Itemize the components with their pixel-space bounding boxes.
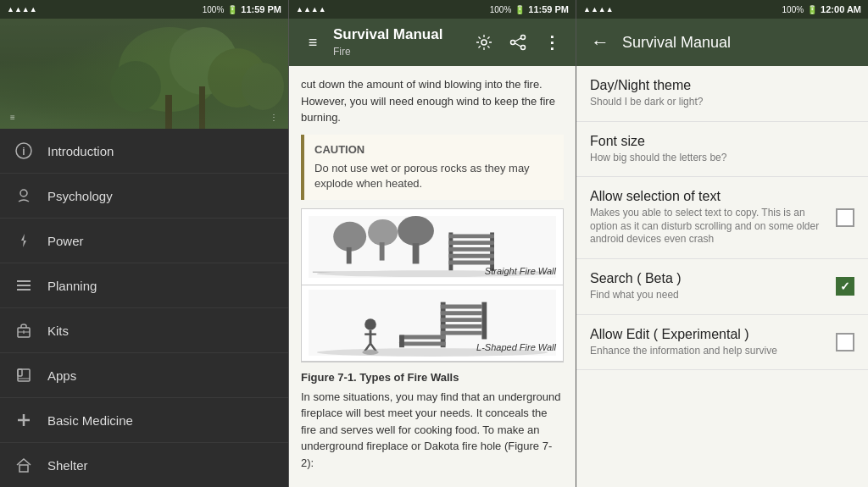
battery-level-1: 100% (203, 5, 225, 14)
allow-selection-checkbox[interactable] (836, 208, 854, 227)
nav-item-apps[interactable]: Apps (0, 353, 288, 398)
svg-rect-50 (399, 335, 404, 348)
setting-search-beta-title: Search ( Beta ) (590, 271, 827, 286)
content-header: ≡ Survival Manual Fire ⋮ (289, 19, 576, 66)
svg-point-26 (368, 219, 398, 246)
signal-icon-1: ▲▲▲▲ (7, 5, 37, 14)
setting-day-night-desc: Should I be dark or light? (590, 96, 854, 109)
settings-header: ← Survival Manual (576, 19, 868, 66)
nav-item-planning[interactable]: Planning (0, 263, 288, 308)
svg-point-24 (333, 222, 366, 252)
svg-rect-16 (18, 369, 30, 381)
svg-rect-49 (399, 342, 446, 346)
nav-label-kits: Kits (47, 324, 69, 338)
svg-rect-45 (441, 324, 482, 329)
body-text: In some situations, you may find that an… (301, 389, 564, 472)
settings-panel: ▲▲▲▲ 100% 🔋 12:00 AM ← Survival Manual D… (576, 0, 868, 487)
setting-day-night-title: Day/Night theme (590, 78, 854, 93)
battery-icon-1: 🔋 (227, 5, 237, 14)
signal-icon-3: ▲▲▲▲ (583, 5, 614, 14)
setting-allow-selection[interactable]: Allow selection of text Makes you able t… (576, 177, 868, 259)
setting-allow-edit[interactable]: Allow Edit ( Experimental ) Enhance the … (576, 315, 868, 371)
nav-item-psychology[interactable]: Psychology (0, 174, 288, 219)
planning-icon (14, 275, 34, 296)
allow-edit-checkbox[interactable] (836, 333, 854, 351)
battery-level-2: 100% (490, 5, 512, 14)
info-icon: i (14, 141, 34, 161)
caution-text: Do not use wet or porous rocks as they m… (314, 161, 554, 191)
nav-label-psychology: Psychology (47, 189, 113, 203)
medicine-icon (14, 410, 34, 430)
back-button[interactable]: ← (587, 29, 614, 56)
nav-label-basic-medicine: Basic Medicine (47, 413, 133, 428)
setting-allow-selection-text: Allow selection of text Makes you able t… (590, 189, 827, 246)
caution-box: CAUTION Do not use wet or porous rocks a… (301, 135, 564, 200)
share-button[interactable] (504, 29, 531, 56)
straight-fire-wall-image: Straight Fire Wall (302, 209, 563, 285)
svg-rect-4 (165, 95, 172, 129)
time-2: 11:59 PM (528, 4, 569, 14)
header-title-area: Survival Manual Fire (333, 26, 464, 58)
battery-level-3: 100% (782, 5, 804, 14)
content-body: cut down the amount of wind blowing into… (289, 66, 576, 487)
setting-search-beta-text: Search ( Beta ) Find what you need (590, 271, 827, 302)
setting-font-size-desc: How big should the letters be? (590, 152, 854, 165)
svg-point-6 (110, 61, 161, 112)
svg-rect-12 (17, 285, 31, 286)
svg-point-28 (398, 216, 434, 246)
svg-point-20 (521, 36, 526, 40)
caution-title: CAUTION (314, 143, 554, 156)
setting-allow-edit-text: Allow Edit ( Experimental ) Enhance the … (590, 327, 827, 358)
setting-search-beta[interactable]: Search ( Beta ) Find what you need (576, 259, 868, 315)
nav-label-power: Power (47, 234, 84, 248)
setting-day-night[interactable]: Day/Night theme Should I be dark or ligh… (576, 66, 868, 122)
status-bar-1: ▲▲▲▲ 100% 🔋 11:59 PM (0, 0, 288, 19)
nav-item-kits[interactable]: Kits (0, 308, 288, 353)
svg-rect-13 (17, 289, 31, 291)
svg-rect-33 (448, 241, 494, 245)
svg-rect-34 (448, 247, 494, 252)
kits-icon (14, 320, 34, 340)
svg-rect-27 (380, 242, 385, 260)
setting-allow-edit-desc: Enhance the information and help survive (590, 345, 827, 358)
svg-rect-25 (347, 247, 352, 263)
nav-label-apps: Apps (47, 368, 76, 383)
svg-rect-44 (441, 318, 482, 323)
battery-icon-2: 🔋 (515, 5, 525, 14)
svg-rect-48 (399, 335, 446, 340)
setting-allow-selection-title: Allow selection of text (590, 189, 827, 204)
nav-label-introduction: Introduction (47, 144, 114, 158)
svg-rect-42 (441, 305, 482, 309)
svg-point-22 (521, 46, 526, 50)
svg-rect-47 (481, 302, 487, 340)
header-subtitle: Fire (333, 46, 351, 58)
navigation-panel: ▲▲▲▲ 100% 🔋 11:59 PM ≡ ⋮ i Introduc (0, 0, 288, 487)
svg-rect-36 (448, 260, 494, 264)
setting-allow-edit-title: Allow Edit ( Experimental ) (590, 327, 827, 342)
nav-item-shelter[interactable]: Shelter (0, 443, 288, 487)
time-1: 11:59 PM (241, 4, 281, 14)
setting-allow-selection-desc: Makes you able to select text to copy. T… (590, 207, 827, 246)
setting-font-size-text: Font size How big should the letters be? (590, 134, 854, 165)
more-options-button[interactable]: ⋮ (538, 29, 565, 56)
svg-point-10 (20, 190, 27, 196)
battery-icon-3: 🔋 (807, 5, 817, 14)
search-beta-checkbox[interactable] (836, 277, 854, 296)
settings-title: Survival Manual (622, 34, 731, 52)
nav-item-basic-medicine[interactable]: Basic Medicine (0, 398, 288, 443)
svg-rect-32 (448, 234, 494, 238)
nav-list: i Introduction Psychology Power Planning (0, 129, 288, 487)
power-icon (14, 230, 34, 251)
signal-icon-2: ▲▲▲▲ (296, 5, 326, 14)
svg-rect-46 (441, 331, 482, 335)
setting-font-size[interactable]: Font size How big should the letters be? (576, 122, 868, 178)
figure-caption: Figure 7-1. Types of Fire Walls (301, 371, 564, 384)
menu-button[interactable]: ≡ (299, 29, 326, 56)
svg-point-51 (364, 319, 376, 331)
nav-item-power[interactable]: Power (0, 219, 288, 263)
svg-rect-43 (441, 312, 482, 316)
nav-item-introduction[interactable]: i Introduction (0, 129, 288, 174)
svg-rect-35 (448, 254, 494, 258)
settings-button[interactable] (470, 29, 498, 56)
svg-rect-30 (448, 232, 453, 274)
